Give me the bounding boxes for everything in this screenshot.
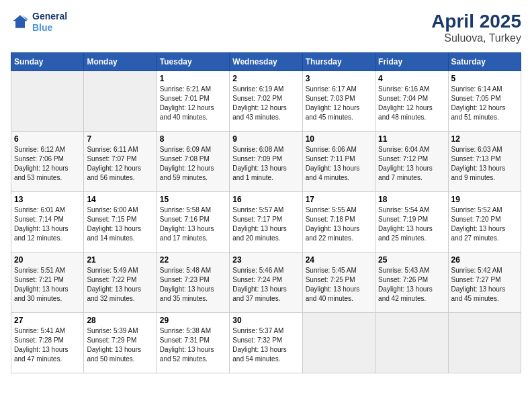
day-detail: Sunrise: 6:12 AM Sunset: 7:06 PM Dayligh…	[14, 145, 81, 183]
calendar-cell: 24Sunrise: 5:45 AM Sunset: 7:25 PM Dayli…	[302, 253, 375, 313]
calendar-cell: 7Sunrise: 6:11 AM Sunset: 7:07 PM Daylig…	[84, 132, 157, 192]
day-of-week-header: Tuesday	[157, 53, 229, 71]
day-of-week-header: Saturday	[448, 53, 521, 71]
calendar-week-row: 27Sunrise: 5:41 AM Sunset: 7:28 PM Dayli…	[11, 313, 521, 373]
day-number: 17	[306, 195, 372, 204]
day-number: 11	[378, 134, 445, 144]
calendar-cell	[302, 313, 375, 373]
day-number: 9	[232, 134, 299, 144]
day-number: 2	[232, 74, 299, 83]
day-number: 18	[378, 195, 445, 204]
day-detail: Sunrise: 6:16 AM Sunset: 7:04 PM Dayligh…	[378, 85, 445, 122]
day-detail: Sunrise: 5:58 AM Sunset: 7:16 PM Dayligh…	[160, 205, 226, 243]
day-of-week-header: Sunday	[11, 53, 84, 71]
calendar-cell: 1Sunrise: 6:21 AM Sunset: 7:01 PM Daylig…	[157, 71, 229, 132]
day-detail: Sunrise: 6:17 AM Sunset: 7:03 PM Dayligh…	[306, 85, 372, 122]
calendar-cell: 23Sunrise: 5:46 AM Sunset: 7:24 PM Dayli…	[230, 253, 302, 313]
day-detail: Sunrise: 6:11 AM Sunset: 7:07 PM Dayligh…	[87, 145, 153, 183]
logo-icon	[11, 13, 30, 32]
day-detail: Sunrise: 5:37 AM Sunset: 7:32 PM Dayligh…	[232, 326, 299, 364]
calendar-week-row: 13Sunrise: 6:01 AM Sunset: 7:14 PM Dayli…	[11, 192, 521, 253]
calendar-cell: 20Sunrise: 5:51 AM Sunset: 7:21 PM Dayli…	[11, 253, 84, 313]
logo-line2: Blue	[32, 22, 67, 34]
day-number: 4	[378, 74, 445, 83]
day-number: 12	[451, 134, 518, 144]
calendar-cell: 14Sunrise: 6:00 AM Sunset: 7:15 PM Dayli…	[84, 192, 157, 253]
calendar-cell: 15Sunrise: 5:58 AM Sunset: 7:16 PM Dayli…	[157, 192, 229, 253]
day-number: 6	[14, 134, 81, 144]
day-detail: Sunrise: 5:54 AM Sunset: 7:19 PM Dayligh…	[378, 205, 445, 243]
svg-marker-0	[13, 15, 28, 28]
day-number: 5	[451, 74, 518, 83]
day-number: 7	[87, 134, 153, 144]
day-detail: Sunrise: 5:55 AM Sunset: 7:18 PM Dayligh…	[306, 205, 372, 243]
day-detail: Sunrise: 6:19 AM Sunset: 7:02 PM Dayligh…	[232, 85, 299, 122]
day-number: 15	[160, 195, 226, 204]
day-detail: Sunrise: 6:01 AM Sunset: 7:14 PM Dayligh…	[14, 205, 81, 243]
day-number: 25	[378, 255, 445, 265]
day-detail: Sunrise: 6:14 AM Sunset: 7:05 PM Dayligh…	[451, 85, 518, 122]
day-number: 24	[306, 255, 372, 265]
day-number: 30	[232, 316, 299, 325]
day-detail: Sunrise: 6:21 AM Sunset: 7:01 PM Dayligh…	[160, 85, 226, 122]
day-detail: Sunrise: 5:52 AM Sunset: 7:20 PM Dayligh…	[451, 205, 518, 243]
calendar-cell: 28Sunrise: 5:39 AM Sunset: 7:29 PM Dayli…	[84, 313, 157, 373]
calendar-cell: 21Sunrise: 5:49 AM Sunset: 7:22 PM Dayli…	[84, 253, 157, 313]
calendar-title: April 2025	[431, 11, 521, 32]
calendar-cell: 5Sunrise: 6:14 AM Sunset: 7:05 PM Daylig…	[448, 71, 521, 132]
day-number: 20	[14, 255, 81, 265]
calendar-cell: 17Sunrise: 5:55 AM Sunset: 7:18 PM Dayli…	[302, 192, 375, 253]
day-detail: Sunrise: 5:41 AM Sunset: 7:28 PM Dayligh…	[14, 326, 81, 364]
day-detail: Sunrise: 5:51 AM Sunset: 7:21 PM Dayligh…	[14, 266, 81, 304]
day-of-week-header: Wednesday	[230, 53, 302, 71]
calendar-header-row: SundayMondayTuesdayWednesdayThursdayFrid…	[11, 53, 521, 71]
day-detail: Sunrise: 6:08 AM Sunset: 7:09 PM Dayligh…	[232, 145, 299, 183]
day-number: 22	[160, 255, 226, 265]
page-header: General Blue April 2025 Suluova, Turkey	[11, 11, 521, 44]
calendar-cell: 3Sunrise: 6:17 AM Sunset: 7:03 PM Daylig…	[302, 71, 375, 132]
calendar-cell: 2Sunrise: 6:19 AM Sunset: 7:02 PM Daylig…	[230, 71, 302, 132]
day-detail: Sunrise: 5:48 AM Sunset: 7:23 PM Dayligh…	[160, 266, 226, 304]
day-detail: Sunrise: 5:57 AM Sunset: 7:17 PM Dayligh…	[232, 205, 299, 243]
calendar-cell	[375, 313, 448, 373]
calendar-cell: 13Sunrise: 6:01 AM Sunset: 7:14 PM Dayli…	[11, 192, 84, 253]
calendar-cell: 8Sunrise: 6:09 AM Sunset: 7:08 PM Daylig…	[157, 132, 229, 192]
day-detail: Sunrise: 6:00 AM Sunset: 7:15 PM Dayligh…	[87, 205, 153, 243]
day-number: 16	[232, 195, 299, 204]
calendar-cell: 22Sunrise: 5:48 AM Sunset: 7:23 PM Dayli…	[157, 253, 229, 313]
calendar-cell: 9Sunrise: 6:08 AM Sunset: 7:09 PM Daylig…	[230, 132, 302, 192]
day-number: 19	[451, 195, 518, 204]
calendar-cell: 27Sunrise: 5:41 AM Sunset: 7:28 PM Dayli…	[11, 313, 84, 373]
logo-text: General Blue	[32, 11, 67, 34]
calendar-cell	[448, 313, 521, 373]
day-number: 21	[87, 255, 153, 265]
day-number: 14	[87, 195, 153, 204]
day-of-week-header: Friday	[375, 53, 448, 71]
day-detail: Sunrise: 6:06 AM Sunset: 7:11 PM Dayligh…	[306, 145, 372, 183]
day-detail: Sunrise: 5:45 AM Sunset: 7:25 PM Dayligh…	[306, 266, 372, 304]
day-detail: Sunrise: 5:43 AM Sunset: 7:26 PM Dayligh…	[378, 266, 445, 304]
day-detail: Sunrise: 5:38 AM Sunset: 7:31 PM Dayligh…	[160, 326, 226, 364]
day-number: 28	[87, 316, 153, 325]
calendar-cell: 16Sunrise: 5:57 AM Sunset: 7:17 PM Dayli…	[230, 192, 302, 253]
day-number: 26	[451, 255, 518, 265]
day-detail: Sunrise: 6:03 AM Sunset: 7:13 PM Dayligh…	[451, 145, 518, 183]
calendar-cell: 19Sunrise: 5:52 AM Sunset: 7:20 PM Dayli…	[448, 192, 521, 253]
calendar-cell: 11Sunrise: 6:04 AM Sunset: 7:12 PM Dayli…	[375, 132, 448, 192]
calendar-cell: 10Sunrise: 6:06 AM Sunset: 7:11 PM Dayli…	[302, 132, 375, 192]
title-block: April 2025 Suluova, Turkey	[431, 11, 521, 44]
calendar-week-row: 1Sunrise: 6:21 AM Sunset: 7:01 PM Daylig…	[11, 71, 521, 132]
calendar-body: 1Sunrise: 6:21 AM Sunset: 7:01 PM Daylig…	[11, 71, 521, 373]
day-detail: Sunrise: 5:42 AM Sunset: 7:27 PM Dayligh…	[451, 266, 518, 304]
day-detail: Sunrise: 6:09 AM Sunset: 7:08 PM Dayligh…	[160, 145, 226, 183]
day-of-week-header: Thursday	[302, 53, 375, 71]
day-of-week-header: Monday	[84, 53, 157, 71]
day-number: 27	[14, 316, 81, 325]
day-number: 1	[160, 74, 226, 83]
day-number: 3	[306, 74, 372, 83]
calendar-cell: 29Sunrise: 5:38 AM Sunset: 7:31 PM Dayli…	[157, 313, 229, 373]
day-number: 29	[160, 316, 226, 325]
day-number: 8	[160, 134, 226, 144]
calendar-cell: 18Sunrise: 5:54 AM Sunset: 7:19 PM Dayli…	[375, 192, 448, 253]
logo: General Blue	[11, 11, 67, 34]
